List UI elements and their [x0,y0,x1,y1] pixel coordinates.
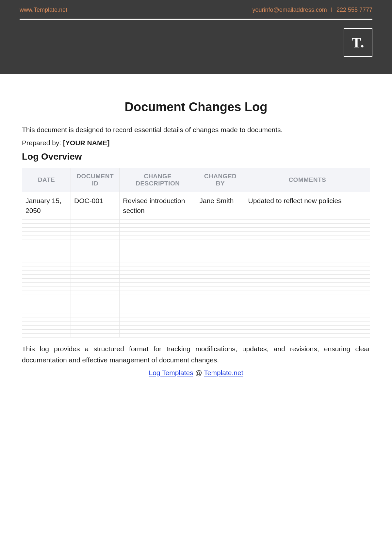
empty-cell [245,326,370,330]
empty-cell [71,228,120,232]
empty-cell [196,259,245,263]
header-contact: yourinfo@emailaddress.com I 222 555 7777 [253,7,373,13]
empty-cell [196,306,245,310]
empty-cell [245,239,370,243]
empty-cell [245,232,370,235]
empty-cell [22,287,71,290]
empty-cell [196,279,245,283]
empty-cell [22,318,71,322]
empty-cell [120,259,196,263]
empty-cell [71,334,120,338]
table-row [22,310,370,314]
empty-cell [245,251,370,255]
empty-cell [120,263,196,267]
empty-cell [120,279,196,283]
header-top-row: www.Template.net yourinfo@emailaddress.c… [20,7,372,18]
empty-cell [120,326,196,330]
empty-cell [71,294,120,298]
table-row [22,294,370,298]
empty-cell [196,326,245,330]
empty-cell [245,228,370,232]
empty-cell [120,243,196,247]
empty-cell [22,314,71,318]
empty-cell [196,318,245,322]
empty-cell [71,235,120,239]
link-template-net[interactable]: Template.net [204,369,243,376]
empty-cell [196,251,245,255]
empty-cell [120,322,196,326]
empty-cell [22,220,71,224]
contact-phone: 222 555 7777 [336,7,372,13]
empty-cell [120,275,196,279]
table-row [22,318,370,322]
logo: T. [344,28,372,57]
empty-cell [245,235,370,239]
col-header-description: CHANGE DESCRIPTION [120,168,196,192]
empty-cell [196,283,245,287]
empty-cell [120,318,196,322]
table-row [22,255,370,259]
prepared-value: [YOUR NAME] [63,139,109,147]
empty-cell [120,271,196,275]
empty-cell [71,271,120,275]
header-divider [20,19,372,20]
table-row [22,334,370,338]
empty-cell [71,310,120,314]
empty-cell [120,310,196,314]
empty-cell [22,283,71,287]
empty-cell [120,334,196,338]
empty-cell [196,263,245,267]
empty-cell [71,255,120,259]
table-row [22,243,370,247]
empty-cell [245,267,370,271]
table-row [22,267,370,271]
empty-cell [22,322,71,326]
empty-cell [245,322,370,326]
empty-cell [71,290,120,294]
empty-cell [196,239,245,243]
empty-cell [196,275,245,279]
table-header-row: DATE DOCUMENT ID CHANGE DESCRIPTION CHAN… [22,168,370,192]
cell-comments: Updated to reflect new policies [245,192,370,220]
table-row [22,314,370,318]
contact-email: yourinfo@emailaddress.com [253,7,327,13]
table-row [22,232,370,235]
empty-cell [196,334,245,338]
empty-cell [120,298,196,302]
table-row [22,287,370,290]
empty-cell [245,330,370,334]
empty-cell [196,330,245,334]
table-row [22,224,370,228]
header-band: www.Template.net yourinfo@emailaddress.c… [0,0,392,74]
empty-cell [120,314,196,318]
empty-cell [120,290,196,294]
empty-cell [196,224,245,228]
empty-cell [245,255,370,259]
empty-cell [71,275,120,279]
link-log-templates[interactable]: Log Templates [149,369,193,376]
empty-cell [71,302,120,306]
empty-cell [196,220,245,224]
empty-cell [245,294,370,298]
table-row [22,290,370,294]
empty-cell [245,287,370,290]
table-row [22,247,370,251]
empty-cell [71,306,120,310]
empty-cell [71,314,120,318]
table-row [22,275,370,279]
table-row [22,330,370,334]
empty-cell [120,232,196,235]
empty-cell [71,220,120,224]
empty-cell [71,298,120,302]
empty-cell [22,294,71,298]
empty-cell [245,243,370,247]
table-row [22,326,370,330]
empty-cell [245,334,370,338]
empty-cell [245,302,370,306]
empty-cell [120,330,196,334]
empty-cell [245,306,370,310]
empty-cell [71,287,120,290]
empty-cell [120,228,196,232]
section-title: Log Overview [22,151,370,162]
empty-cell [22,263,71,267]
